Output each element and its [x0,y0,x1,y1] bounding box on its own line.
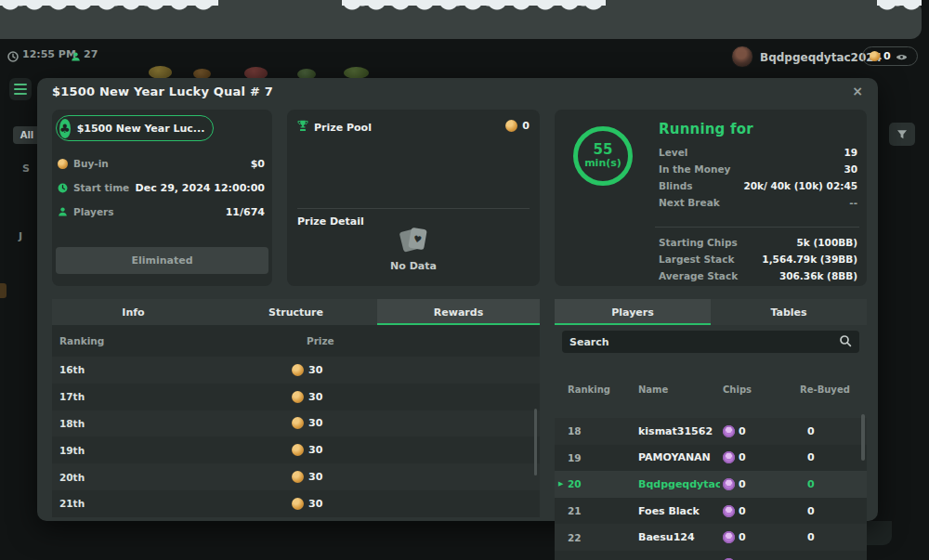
eye-icon[interactable] [896,47,908,65]
players-row: Players 11/674 [58,202,265,221]
reward-prize: 30 [292,471,322,483]
ranking-column-header: Ranking [59,335,104,346]
next-break-label: Next Break [659,197,720,208]
player-chips-value: 0 [739,451,746,463]
lobby-partial-text: S [22,163,30,175]
player-chips-value: 0 [739,478,746,490]
largest-stack-row: Largest Stack 1,564.79k (39BB) [659,251,857,267]
running-for-heading: Running for [659,121,753,137]
coin-icon [870,51,880,61]
player-rebuyed: 0 [807,451,815,463]
coin-icon [292,364,304,376]
reward-row[interactable]: 21th 30 [52,490,540,517]
player-chips: 0 [723,531,746,543]
no-data-placeholder: ♥ No Data [287,227,540,272]
in-the-money-row: In the Money 30 [659,161,857,177]
reward-ranking: 20th [52,472,292,483]
running-timer-ring: 55 min(s) [573,126,633,186]
players-scrollbar[interactable] [861,414,865,461]
player-search[interactable] [562,331,859,353]
player-rebuyed: 0 [807,505,815,517]
top-banner-bar [0,0,922,39]
app-root: 12:55 PM 27 Bqdpgeqdytac2024 0 All S J $… [0,0,929,560]
rewards-scrollbar[interactable] [534,409,537,475]
tournament-pill[interactable]: ♣ $1500 New Year Luc... [56,115,214,141]
club-icon: ♣ [59,119,71,138]
starting-chips-label: Starting Chips [659,237,738,248]
player-ranking: 19 [568,452,582,463]
tournament-info-card: ♣ $1500 New Year Luc... Buy-in $0 Start … [52,110,272,286]
filter-button[interactable] [889,123,915,146]
prize-column-header: Prize [307,335,334,346]
reward-row[interactable]: 18th 30 [52,410,540,437]
eliminated-status-button[interactable]: Eliminated [56,247,268,274]
empty-cards-icon: ♥ [398,227,429,254]
lobby-partial-graphic [0,283,7,298]
reward-ranking: 18th [52,418,292,429]
next-break-row: Next Break -- [659,194,857,211]
level-value: 19 [844,147,857,158]
tab-structure[interactable]: Structure [215,299,377,325]
average-stack-row: Average Stack 306.36k (8BB) [659,267,857,284]
player-name: Bqdpgeqdytac: [638,478,720,490]
reward-ranking: 19th [52,445,292,456]
avatar[interactable] [731,46,753,68]
blinds-value: 20k/ 40k (10k) 02:45 [743,180,857,191]
players-value: 11/674 [226,206,265,218]
player-rebuyed: 0 [807,478,815,490]
current-player-arrow-icon: ▶ [558,480,563,488]
reward-prize-value: 30 [308,498,322,510]
reward-row[interactable]: 17th 30 [52,384,540,410]
tab-rewards[interactable]: Rewards [377,299,540,325]
players-tabs: Players Tables [555,299,867,325]
tab-info[interactable]: Info [52,299,215,325]
average-stack-value: 306.36k (8BB) [779,270,857,281]
tab-players[interactable]: Players [555,299,711,325]
ranking-column-header: Ranking [568,384,610,395]
reward-ranking: 17th [52,391,292,402]
player-chips-value: 0 [739,505,746,517]
funnel-icon [896,129,908,140]
dialog-title: $1500 New Year Lucky Qual # 7 [52,85,273,98]
close-icon[interactable]: × [847,82,868,100]
players-table-body: ▶ 18 kismat31562 0 0 ▶ 19 PAMOYANAN [555,418,867,560]
divider [655,227,859,228]
reward-prize: 30 [292,364,322,376]
reward-row[interactable]: 19th 30 [52,436,540,463]
player-row[interactable]: ▶ 18 kismat31562 0 0 [555,418,867,445]
player-row[interactable]: ▶ 20 Bqdpgeqdytac: 0 0 [555,471,867,498]
reward-prize-value: 30 [308,471,322,483]
menu-button[interactable] [9,78,32,100]
player-row[interactable]: ▶ 23 rinaputur 0 0 [555,551,867,560]
player-row[interactable]: ▶ 22 Baesu124 0 0 [555,524,867,551]
tournament-pill-label: $1500 New Year Luc... [77,123,205,135]
reward-prize: 30 [292,498,322,510]
tab-tables[interactable]: Tables [711,299,867,325]
search-icon[interactable] [839,333,852,351]
reward-prize-value: 30 [308,417,322,429]
rewards-table-body: 16th 30 17th 30 [52,357,540,517]
player-ranking: 22 [568,532,582,543]
player-row[interactable]: ▶ 21 Foes Black 0 0 [555,498,867,525]
player-chips-value: 0 [739,425,746,437]
lobby-partial-text: J [19,230,22,242]
clock-icon [58,179,68,197]
coin-icon [292,417,304,429]
start-time-value: Dec 29, 2024 12:00:00 [136,182,265,194]
search-input[interactable] [569,336,839,348]
reward-row[interactable]: 20th 30 [52,463,540,490]
chip-icon [723,531,735,543]
player-rebuyed: 0 [807,425,815,437]
coin-icon [505,120,517,132]
no-data-label: No Data [287,260,540,272]
name-column-header: Name [638,384,668,395]
level-row: Level 19 [659,144,857,161]
starting-chips-row: Starting Chips 5k (100BB) [659,234,857,251]
players-panel: Players Tables Ranking Name Chips Re-Buy… [555,299,867,517]
largest-stack-value: 1,564.79k (39BB) [762,254,857,265]
reward-row[interactable]: 16th 30 [52,357,540,384]
player-row[interactable]: ▶ 19 PAMOYANAN 0 0 [555,445,867,472]
coin-icon [292,391,304,403]
reward-prize: 30 [292,417,322,429]
balance-pill[interactable]: 0 [862,46,918,66]
